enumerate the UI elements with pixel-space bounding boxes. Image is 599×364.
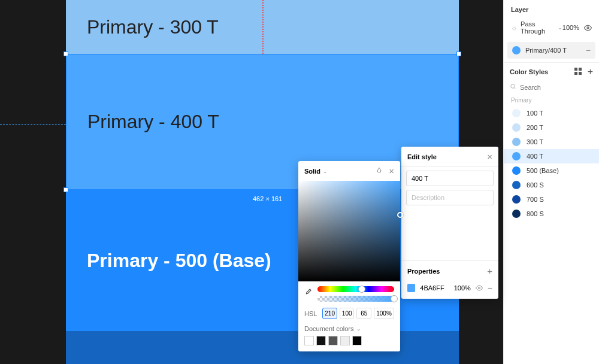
style-search-input[interactable]	[520, 84, 599, 91]
color-styles-title: Color Styles	[510, 68, 548, 75]
edit-style-title: Edit style	[407, 153, 437, 160]
swatch-label: Primary - 500 (Base)	[87, 250, 271, 272]
style-swatch-icon	[512, 138, 521, 146]
hue-slider[interactable]	[317, 286, 394, 292]
vertical-guide	[262, 0, 264, 54]
edit-style-popover: Edit style × Properties + 4BA6FF 100% −	[401, 147, 498, 299]
document-color-swatch[interactable]	[352, 336, 362, 345]
style-swatch-icon	[512, 210, 521, 218]
svg-rect-1	[574, 68, 577, 71]
sv-cursor[interactable]	[397, 212, 403, 218]
alpha-thumb[interactable]	[391, 295, 398, 302]
style-item-label: 800 S	[527, 210, 544, 217]
fill-type-select[interactable]: Solid ⌄	[304, 168, 328, 175]
style-swatch-icon	[512, 195, 521, 204]
layer-opacity[interactable]: 100%	[562, 24, 579, 31]
svg-point-7	[478, 287, 480, 289]
svg-point-5	[511, 84, 515, 88]
style-item-label: 600 S	[527, 181, 544, 189]
document-color-swatch[interactable]	[340, 336, 350, 345]
lightness-input[interactable]: 65	[356, 308, 371, 319]
eyedropper-button[interactable]	[304, 286, 313, 298]
document-color-swatch[interactable]	[328, 336, 338, 345]
layer-section-title: Layer	[504, 0, 599, 17]
remove-property-button[interactable]: −	[488, 283, 492, 293]
horizontal-guide	[0, 124, 66, 125]
chevron-down-icon[interactable]: ⌄	[356, 326, 361, 332]
properties-title: Properties	[407, 268, 440, 275]
alpha-slider[interactable]	[317, 296, 394, 302]
property-swatch-icon[interactable]	[407, 284, 415, 292]
document-color-swatch[interactable]	[304, 336, 314, 345]
style-item-label: 700 S	[527, 196, 544, 203]
chevron-down-icon: ⌄	[323, 168, 328, 174]
style-item[interactable]: 500 (Base)	[504, 163, 599, 178]
style-name-input[interactable]	[406, 171, 494, 186]
style-swatch-icon	[512, 123, 521, 132]
style-item[interactable]: 100 T	[504, 106, 599, 120]
add-style-button[interactable]: +	[588, 68, 593, 75]
detach-style-button[interactable]: −	[586, 46, 591, 55]
selected-color-style[interactable]: Primary/400 T −	[507, 42, 595, 59]
grid-view-icon[interactable]	[574, 68, 582, 76]
search-icon	[510, 83, 516, 91]
add-property-button[interactable]: +	[487, 266, 492, 276]
swatch-label: Primary - 300 T	[87, 16, 219, 38]
swatch-label: Primary - 400 T	[87, 111, 219, 133]
color-picker-popover: Solid ⌄ × HSL 210 100 65 100% Document c…	[298, 161, 400, 351]
style-item[interactable]: 800 S	[504, 207, 599, 221]
blend-mode-icon[interactable]	[376, 167, 383, 175]
style-swatch-icon	[512, 166, 521, 175]
selection-handle[interactable]	[63, 51, 68, 56]
dimension-badge: 462 × 161	[249, 194, 286, 204]
saturation-input[interactable]: 100	[340, 308, 355, 319]
property-hex-value[interactable]: 4BA6FF	[420, 284, 444, 292]
document-colors-label: Document colors	[304, 325, 354, 332]
selection-handle[interactable]	[456, 51, 461, 56]
svg-rect-2	[579, 68, 582, 71]
color-mode-select[interactable]: HSL	[304, 310, 320, 317]
svg-point-0	[587, 26, 589, 28]
style-item[interactable]: 600 S	[504, 178, 599, 192]
svg-rect-4	[579, 72, 582, 75]
style-item[interactable]: 400 T	[504, 149, 599, 163]
selected-style-name: Primary/400 T	[525, 47, 567, 54]
svg-rect-3	[574, 72, 577, 75]
style-swatch-icon	[512, 152, 521, 160]
style-item-label: 400 T	[527, 153, 543, 160]
blend-mode-select[interactable]: ☼ Pass Through ⌄	[511, 20, 562, 35]
style-description-input[interactable]	[406, 190, 494, 205]
style-item-label: 100 T	[527, 110, 543, 117]
blend-mode-label: Pass Through	[521, 20, 554, 35]
property-opacity-value[interactable]: 100%	[454, 284, 471, 292]
style-item[interactable]: 200 T	[504, 120, 599, 135]
style-swatch-icon	[512, 46, 521, 54]
close-icon[interactable]: ×	[487, 151, 492, 162]
hue-thumb[interactable]	[358, 286, 365, 293]
sun-icon: ☼	[511, 24, 517, 31]
eye-icon[interactable]	[476, 284, 483, 292]
selection-handle[interactable]	[63, 187, 68, 192]
style-swatch-icon	[512, 181, 521, 189]
hue-input[interactable]: 210	[322, 308, 337, 319]
chevron-down-icon: ⌄	[558, 25, 562, 31]
style-item-label: 200 T	[527, 124, 543, 131]
style-swatch-icon	[512, 109, 521, 117]
alpha-input[interactable]: 100%	[374, 308, 394, 319]
style-item[interactable]: 300 T	[504, 135, 599, 149]
style-group-label: Primary	[504, 96, 599, 106]
eye-icon[interactable]	[584, 24, 592, 32]
svg-line-6	[515, 88, 516, 89]
style-item[interactable]: 700 S	[504, 192, 599, 207]
inspector-panel: Layer ☼ Pass Through ⌄ 100% Primary/400 …	[503, 0, 599, 364]
style-item-label: 500 (Base)	[527, 167, 559, 174]
saturation-value-area[interactable]	[298, 181, 400, 281]
close-icon[interactable]: ×	[389, 166, 394, 176]
document-color-swatch[interactable]	[316, 336, 326, 345]
fill-type-label: Solid	[304, 168, 320, 175]
style-item-label: 300 T	[527, 138, 543, 145]
